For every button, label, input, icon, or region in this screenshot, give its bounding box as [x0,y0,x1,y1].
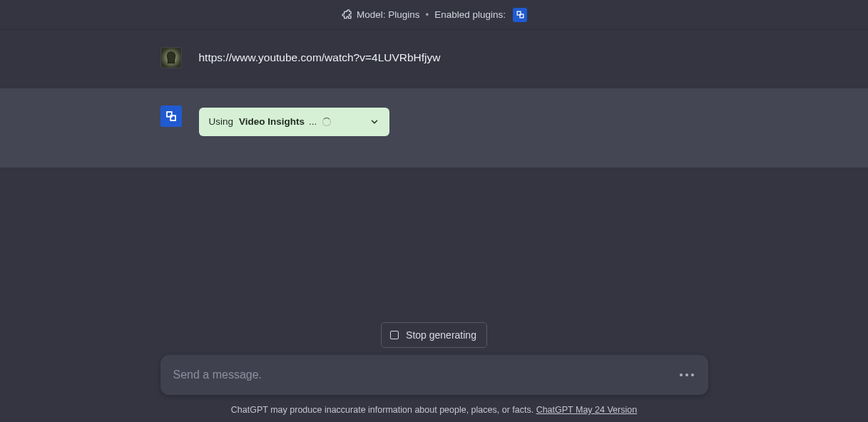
assistant-avatar [160,106,182,127]
user-avatar [160,47,182,68]
assistant-message-row: Using Video Insights... [0,88,868,168]
send-loading-icon[interactable] [678,369,695,381]
plugin-status-suffix: ... [309,115,317,129]
chevron-down-icon [369,117,379,127]
puzzle-icon [341,9,352,21]
plugin-status-name: Video Insights [239,115,305,129]
disclaimer-text: ChatGPT may produce inaccurate informati… [231,405,536,415]
model-label: Model: Plugins [357,9,420,20]
user-message-row: https://www.youtube.com/watch?v=4LUVRbHf… [0,30,868,88]
separator-dot: • [426,9,429,20]
enabled-plugins-label: Enabled plugins: [434,9,506,20]
top-bar: Model: Plugins • Enabled plugins: [0,0,868,30]
user-message-text: https://www.youtube.com/watch?v=4LUVRbHf… [199,47,708,68]
bottom-area: Stop generating ChatGPT may produce inac… [0,322,868,422]
plugin-status-toggle[interactable]: Using Video Insights... [199,108,390,136]
stop-generating-label: Stop generating [406,329,476,341]
plugin-icon-chip[interactable] [513,8,527,22]
footer-disclaimer: ChatGPT may produce inaccurate informati… [231,405,637,415]
stop-generating-button[interactable]: Stop generating [381,322,487,348]
message-input[interactable] [173,355,678,395]
version-link[interactable]: ChatGPT May 24 Version [536,405,638,415]
loading-spinner-icon [322,118,331,126]
message-composer [160,355,708,395]
stop-icon [390,331,399,339]
plugin-status-prefix: Using [209,115,234,129]
